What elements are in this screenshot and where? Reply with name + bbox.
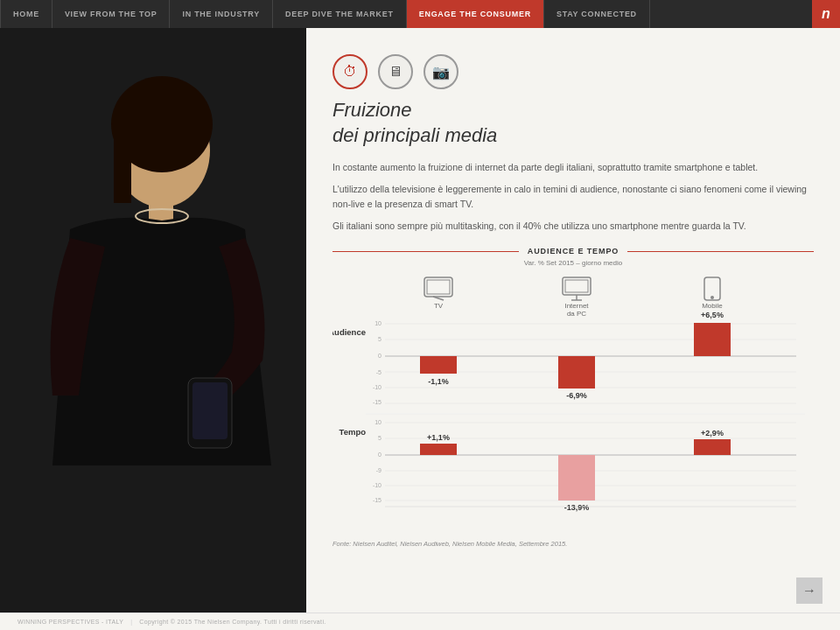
svg-text:-10: -10 [373, 482, 382, 488]
svg-text:10: 10 [374, 320, 382, 326]
svg-rect-37 [558, 356, 595, 388]
svg-text:-10: -10 [373, 384, 382, 390]
header-line-left [332, 251, 519, 252]
svg-text:Tempo: Tempo [340, 427, 367, 437]
svg-text:0: 0 [378, 353, 382, 359]
chart-header: AUDIENCE E TEMPO [332, 247, 814, 256]
svg-rect-35 [420, 356, 457, 374]
svg-rect-9 [427, 280, 450, 294]
svg-rect-39 [694, 323, 731, 356]
svg-rect-7 [192, 382, 228, 439]
svg-text:-15: -15 [373, 399, 382, 405]
desc-paragraph-2: L'utilizzo della televisione è leggereme… [332, 182, 814, 212]
next-arrow-button[interactable]: → [796, 578, 822, 604]
svg-text:Mobile: Mobile [702, 302, 723, 310]
nielsen-logo: n [812, 0, 840, 28]
svg-text:0: 0 [378, 452, 382, 458]
desc-paragraph-3: Gli italiani sono sempre più multitaskin… [332, 219, 814, 234]
svg-rect-56 [420, 444, 457, 455]
nav-industry[interactable]: IN THE INDUSTRY [170, 0, 272, 28]
chart-svg-container: TV Internet da PC Mobile Audience 10 5 0… [332, 276, 814, 533]
nav-view-top[interactable]: VIEW FROM THE TOP [52, 0, 171, 28]
svg-text:-6,9%: -6,9% [566, 391, 587, 400]
chart-title: AUDIENCE E TEMPO [519, 247, 627, 256]
media-icon-row: ⏱ 🖥 📷 [332, 54, 814, 89]
svg-text:-9: -9 [376, 467, 382, 473]
svg-rect-3 [114, 133, 131, 203]
nav-home[interactable]: HOME [0, 0, 52, 28]
page-title: Fruizione dei principali media [332, 98, 814, 148]
svg-text:+2,9%: +2,9% [701, 429, 724, 438]
svg-point-19 [710, 296, 714, 299]
svg-text:10: 10 [374, 419, 382, 425]
chart-section: AUDIENCE E TEMPO Var. % Set 2015 – giorn… [332, 247, 814, 548]
nav-engage[interactable]: ENGAGE THE CONSUMER [407, 0, 544, 28]
svg-text:+1,1%: +1,1% [427, 433, 450, 442]
person-bg [0, 28, 306, 612]
page-footer: WINNING PERSPECTIVES - ITALY | Copyright… [0, 612, 840, 630]
desc-paragraph-1: In costante aumento la fruizione di inte… [332, 160, 814, 175]
svg-rect-60 [694, 439, 731, 455]
navigation: HOME VIEW FROM THE TOP IN THE INDUSTRY D… [0, 0, 840, 28]
svg-text:5: 5 [378, 336, 382, 342]
monitor-icon: 🖥 [378, 54, 413, 89]
bar-chart-svg: TV Internet da PC Mobile Audience 10 5 0… [332, 276, 831, 529]
svg-rect-13 [565, 280, 588, 292]
content-area: ⏱ 🖥 📷 Fruizione dei principali media In … [306, 28, 840, 612]
camera-icon: 📷 [424, 54, 458, 89]
svg-text:+6,5%: +6,5% [701, 311, 724, 319]
svg-text:Audience: Audience [332, 327, 366, 337]
svg-text:-5: -5 [376, 369, 382, 375]
header-line-right [627, 251, 814, 252]
svg-text:Internet: Internet [564, 302, 589, 310]
hero-photo [0, 28, 306, 612]
person-svg [0, 28, 306, 612]
footer-separator: | [130, 619, 132, 625]
clock-icon: ⏱ [332, 54, 368, 89]
svg-text:-15: -15 [373, 497, 382, 503]
footer-brand: WINNING PERSPECTIVES - ITALY [18, 619, 123, 625]
svg-text:-13,9%: -13,9% [564, 503, 590, 512]
svg-text:TV: TV [434, 302, 444, 310]
svg-text:-1,1%: -1,1% [428, 377, 449, 386]
nav-stay-connected[interactable]: STAY CONNECTED [544, 0, 650, 28]
nav-deep-dive[interactable]: DEEP DIVE THE MARKET [273, 0, 407, 28]
chart-source: Fonte: Nielsen Auditel, Nielsen Audiweb,… [332, 540, 814, 548]
svg-rect-58 [558, 455, 595, 500]
svg-text:5: 5 [378, 435, 382, 441]
footer-copyright: Copyright © 2015 The Nielsen Company. Tu… [139, 619, 326, 625]
chart-subtitle: Var. % Set 2015 – giorno medio [332, 259, 814, 267]
svg-text:da PC: da PC [567, 310, 586, 318]
